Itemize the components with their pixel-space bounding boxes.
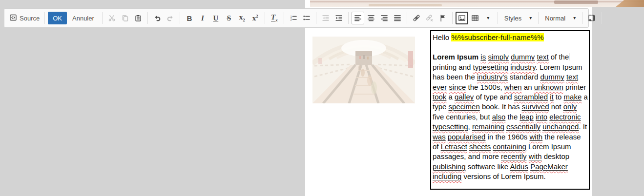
bold-button[interactable]: B	[183, 12, 196, 24]
show-blocks-button[interactable]	[585, 12, 598, 24]
strikethrough-icon: S	[227, 15, 231, 22]
styles-combo[interactable]: Styles▾	[501, 12, 535, 24]
svg-text:1: 1	[290, 15, 292, 18]
bulleted-list-icon	[303, 14, 311, 22]
decrease-indent-icon	[322, 14, 330, 22]
table-icon	[471, 14, 479, 22]
justify-button[interactable]	[391, 12, 404, 24]
email-text-box[interactable]: Hello %%subscriber-full-name%% Lorem Ips…	[430, 30, 590, 190]
cancel-button[interactable]: Annuler	[67, 12, 99, 24]
bold-icon: B	[187, 15, 192, 22]
source-label: Source	[20, 15, 40, 22]
underline-button[interactable]: U	[209, 12, 222, 24]
email-panel: Hello %%subscriber-full-name%% Lorem Ips…	[305, 0, 592, 196]
cut-button[interactable]	[105, 12, 118, 24]
toolbar-separator	[102, 12, 103, 24]
increase-indent-button[interactable]	[332, 12, 345, 24]
toolbar-separator	[284, 12, 284, 24]
align-right-icon	[380, 14, 388, 22]
styles-combo-label: Styles	[504, 15, 521, 22]
paste-button[interactable]	[132, 12, 145, 24]
undo-icon	[153, 14, 161, 22]
source-icon	[9, 14, 17, 23]
source-button[interactable]: Source	[7, 12, 42, 24]
paste-icon	[134, 14, 142, 22]
underline-icon: U	[213, 15, 218, 22]
banner-structure	[554, 0, 598, 4]
subscript-button[interactable]: x2	[236, 12, 249, 24]
redo-icon	[166, 14, 174, 22]
superscript-icon: x2	[252, 14, 258, 22]
toolbar-separator	[601, 12, 602, 24]
italic-icon: I	[201, 15, 204, 22]
table-button[interactable]	[469, 12, 481, 24]
unlink-button[interactable]	[423, 12, 436, 24]
align-right-button[interactable]	[378, 12, 391, 24]
decrease-indent-button[interactable]	[319, 12, 332, 24]
dropdown-button[interactable]: ▾	[482, 12, 495, 24]
screen: Hello %%subscriber-full-name%% Lorem Ips…	[0, 0, 644, 196]
image-button[interactable]	[456, 12, 468, 24]
format-combo-label: Normal	[545, 15, 565, 22]
subscript-icon: x2	[239, 14, 245, 22]
page-banner-image	[310, 0, 644, 7]
numbered-list-button[interactable]: 12	[287, 12, 300, 24]
toolbar-separator	[452, 12, 453, 24]
strikethrough-button[interactable]: S	[223, 12, 235, 24]
toolbar-separator	[44, 12, 45, 24]
escalator-photo[interactable]	[312, 37, 415, 103]
align-center-button[interactable]	[365, 12, 377, 24]
toolbar-separator	[348, 12, 349, 24]
anchor-button[interactable]	[436, 12, 449, 24]
text-caret	[569, 53, 569, 60]
cut-icon	[108, 14, 116, 22]
remove-format-icon: Tx	[271, 14, 278, 22]
redo-button[interactable]	[164, 12, 177, 24]
toolbar-separator	[407, 12, 407, 24]
ok-button[interactable]: OK	[48, 12, 67, 24]
banner-sand	[369, 4, 442, 6]
numbered-list-icon: 12	[290, 14, 297, 22]
italic-button[interactable]: I	[196, 12, 209, 24]
svg-text:2: 2	[290, 18, 292, 21]
escalator-photo-graphic	[312, 37, 415, 103]
bulleted-list-button[interactable]	[300, 12, 313, 24]
copy-icon	[121, 14, 129, 22]
toolbar-separator	[582, 12, 582, 24]
chevron-down-icon: ▾	[529, 16, 532, 20]
chevron-down-icon: ▾	[573, 16, 576, 20]
justify-icon	[394, 14, 401, 22]
superscript-button[interactable]: x2	[249, 12, 262, 24]
greeting-line: Hello %%subscriber-full-name%%	[433, 33, 588, 42]
align-left-button[interactable]	[352, 12, 364, 24]
body-paragraph: Lorem Ipsum is simply dummy text of the …	[433, 52, 588, 181]
toolbar-separator	[316, 12, 316, 24]
dropdown-icon: ▾	[487, 16, 489, 20]
increase-indent-icon	[335, 14, 343, 22]
toolbar-separator	[147, 12, 148, 24]
toolbar-separator	[498, 12, 498, 24]
toolbar-separator	[265, 12, 265, 24]
format-combo[interactable]: Normal▾	[541, 12, 579, 24]
link-button[interactable]	[410, 12, 423, 24]
show-blocks-icon	[588, 14, 596, 22]
remove-format-button[interactable]: Tx	[268, 12, 281, 24]
anchor-icon	[439, 14, 447, 22]
toolbar-separator	[538, 12, 539, 24]
align-left-icon	[354, 14, 362, 22]
unlink-icon	[426, 14, 434, 22]
image-icon	[458, 14, 466, 22]
merge-tag: %%subscriber-full-name%%	[451, 33, 543, 41]
editor-toolbar: SourceOKAnnulerBIUSx2x2Tx12▾Styles▾Norma…	[4, 8, 589, 28]
undo-button[interactable]	[151, 12, 164, 24]
toolbar-separator	[180, 12, 180, 24]
copy-button[interactable]	[119, 12, 131, 24]
link-icon	[413, 14, 420, 22]
align-center-icon	[367, 14, 375, 22]
